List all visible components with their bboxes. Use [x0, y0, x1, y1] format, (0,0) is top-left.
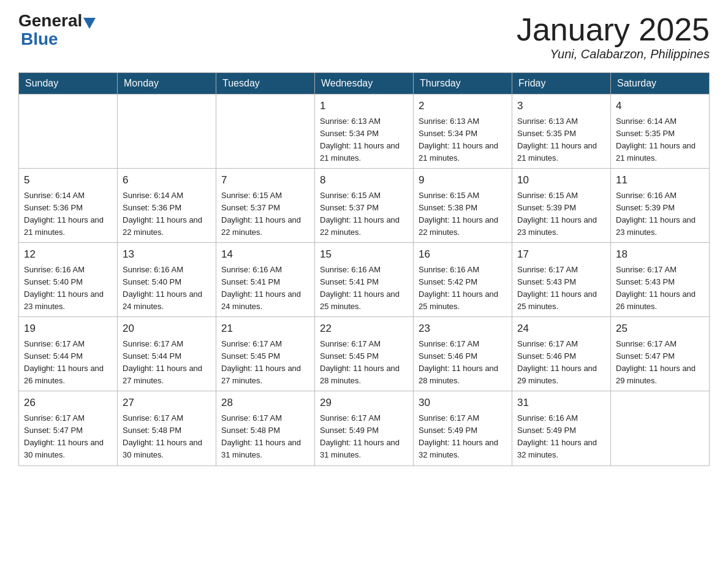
weekday-header-friday: Friday	[512, 73, 611, 94]
calendar-cell	[611, 391, 710, 465]
calendar-cell: 20Sunrise: 6:17 AM Sunset: 5:44 PM Dayli…	[118, 317, 216, 391]
cell-sun-info: Sunrise: 6:17 AM Sunset: 5:49 PM Dayligh…	[320, 412, 408, 462]
cell-sun-info: Sunrise: 6:14 AM Sunset: 5:35 PM Dayligh…	[616, 115, 704, 165]
cell-sun-info: Sunrise: 6:17 AM Sunset: 5:48 PM Dayligh…	[221, 412, 309, 462]
cell-sun-info: Sunrise: 6:17 AM Sunset: 5:49 PM Dayligh…	[419, 412, 507, 462]
calendar-cell: 29Sunrise: 6:17 AM Sunset: 5:49 PM Dayli…	[315, 391, 414, 465]
cell-day-number: 2	[419, 98, 507, 114]
cell-day-number: 4	[616, 98, 704, 114]
calendar-cell: 8Sunrise: 6:15 AM Sunset: 5:37 PM Daylig…	[315, 169, 414, 243]
weekday-header-row: SundayMondayTuesdayWednesdayThursdayFrid…	[19, 73, 710, 94]
title-area: January 2025 Yuni, Calabarzon, Philippin…	[517, 12, 710, 61]
cell-sun-info: Sunrise: 6:17 AM Sunset: 5:43 PM Dayligh…	[517, 264, 605, 313]
cell-sun-info: Sunrise: 6:17 AM Sunset: 5:45 PM Dayligh…	[221, 338, 309, 388]
cell-day-number: 13	[123, 247, 211, 262]
calendar-week-row: 5Sunrise: 6:14 AM Sunset: 5:36 PM Daylig…	[19, 169, 710, 243]
logo: General Blue	[18, 12, 97, 49]
calendar-cell: 3Sunrise: 6:13 AM Sunset: 5:35 PM Daylig…	[512, 94, 611, 169]
weekday-header-thursday: Thursday	[414, 73, 512, 94]
cell-sun-info: Sunrise: 6:16 AM Sunset: 5:39 PM Dayligh…	[616, 190, 704, 239]
calendar-cell: 4Sunrise: 6:14 AM Sunset: 5:35 PM Daylig…	[611, 94, 710, 169]
cell-day-number: 14	[221, 247, 309, 262]
cell-day-number: 16	[419, 247, 507, 262]
cell-sun-info: Sunrise: 6:13 AM Sunset: 5:35 PM Dayligh…	[517, 115, 605, 165]
cell-day-number: 18	[616, 247, 704, 262]
cell-sun-info: Sunrise: 6:17 AM Sunset: 5:46 PM Dayligh…	[419, 338, 507, 388]
calendar-table: SundayMondayTuesdayWednesdayThursdayFrid…	[18, 72, 710, 465]
cell-day-number: 19	[24, 321, 112, 337]
logo-triangle-icon	[83, 18, 96, 29]
cell-sun-info: Sunrise: 6:15 AM Sunset: 5:38 PM Dayligh…	[419, 190, 507, 239]
cell-sun-info: Sunrise: 6:15 AM Sunset: 5:37 PM Dayligh…	[221, 190, 309, 239]
cell-sun-info: Sunrise: 6:16 AM Sunset: 5:41 PM Dayligh…	[320, 264, 408, 313]
weekday-header-saturday: Saturday	[611, 73, 710, 94]
cell-sun-info: Sunrise: 6:14 AM Sunset: 5:36 PM Dayligh…	[123, 190, 211, 239]
calendar-cell: 13Sunrise: 6:16 AM Sunset: 5:40 PM Dayli…	[118, 243, 216, 317]
cell-day-number: 7	[221, 172, 309, 188]
calendar-cell: 12Sunrise: 6:16 AM Sunset: 5:40 PM Dayli…	[19, 243, 118, 317]
cell-sun-info: Sunrise: 6:17 AM Sunset: 5:44 PM Dayligh…	[123, 338, 211, 388]
cell-sun-info: Sunrise: 6:16 AM Sunset: 5:42 PM Dayligh…	[419, 264, 507, 313]
calendar-cell: 17Sunrise: 6:17 AM Sunset: 5:43 PM Dayli…	[512, 243, 611, 317]
calendar-cell: 2Sunrise: 6:13 AM Sunset: 5:34 PM Daylig…	[414, 94, 512, 169]
calendar-cell: 28Sunrise: 6:17 AM Sunset: 5:48 PM Dayli…	[216, 391, 315, 465]
calendar-cell: 11Sunrise: 6:16 AM Sunset: 5:39 PM Dayli…	[611, 169, 710, 243]
calendar-cell: 24Sunrise: 6:17 AM Sunset: 5:46 PM Dayli…	[512, 317, 611, 391]
cell-sun-info: Sunrise: 6:16 AM Sunset: 5:41 PM Dayligh…	[221, 264, 309, 313]
cell-day-number: 24	[517, 321, 605, 337]
cell-day-number: 17	[517, 247, 605, 262]
cell-sun-info: Sunrise: 6:17 AM Sunset: 5:46 PM Dayligh…	[517, 338, 605, 388]
cell-day-number: 21	[221, 321, 309, 337]
logo-text: General	[18, 12, 97, 29]
calendar-body: 1Sunrise: 6:13 AM Sunset: 5:34 PM Daylig…	[19, 94, 710, 465]
calendar-cell: 21Sunrise: 6:17 AM Sunset: 5:45 PM Dayli…	[216, 317, 315, 391]
cell-sun-info: Sunrise: 6:16 AM Sunset: 5:40 PM Dayligh…	[123, 264, 211, 313]
cell-day-number: 23	[419, 321, 507, 337]
cell-sun-info: Sunrise: 6:15 AM Sunset: 5:39 PM Dayligh…	[517, 190, 605, 239]
cell-day-number: 22	[320, 321, 408, 337]
cell-sun-info: Sunrise: 6:17 AM Sunset: 5:45 PM Dayligh…	[320, 338, 408, 388]
location-title: Yuni, Calabarzon, Philippines	[517, 47, 710, 61]
calendar-cell: 5Sunrise: 6:14 AM Sunset: 5:36 PM Daylig…	[19, 169, 118, 243]
cell-sun-info: Sunrise: 6:16 AM Sunset: 5:49 PM Dayligh…	[517, 412, 605, 462]
calendar-cell: 27Sunrise: 6:17 AM Sunset: 5:48 PM Dayli…	[118, 391, 216, 465]
calendar-cell: 18Sunrise: 6:17 AM Sunset: 5:43 PM Dayli…	[611, 243, 710, 317]
calendar-cell: 23Sunrise: 6:17 AM Sunset: 5:46 PM Dayli…	[414, 317, 512, 391]
cell-day-number: 11	[616, 172, 704, 188]
calendar-cell: 31Sunrise: 6:16 AM Sunset: 5:49 PM Dayli…	[512, 391, 611, 465]
cell-day-number: 15	[320, 247, 408, 262]
calendar-cell: 7Sunrise: 6:15 AM Sunset: 5:37 PM Daylig…	[216, 169, 315, 243]
weekday-header-sunday: Sunday	[19, 73, 118, 94]
cell-day-number: 25	[616, 321, 704, 337]
page-header: General Blue January 2025 Yuni, Calabarz…	[18, 12, 710, 61]
cell-sun-info: Sunrise: 6:14 AM Sunset: 5:36 PM Dayligh…	[24, 190, 112, 239]
calendar-cell	[216, 94, 315, 169]
calendar-cell: 9Sunrise: 6:15 AM Sunset: 5:38 PM Daylig…	[414, 169, 512, 243]
cell-day-number: 27	[123, 395, 211, 411]
cell-day-number: 20	[123, 321, 211, 337]
calendar-cell: 22Sunrise: 6:17 AM Sunset: 5:45 PM Dayli…	[315, 317, 414, 391]
cell-day-number: 28	[221, 395, 309, 411]
cell-sun-info: Sunrise: 6:15 AM Sunset: 5:37 PM Dayligh…	[320, 190, 408, 239]
cell-day-number: 29	[320, 395, 408, 411]
logo-blue: Blue	[21, 29, 58, 48]
calendar-week-row: 26Sunrise: 6:17 AM Sunset: 5:47 PM Dayli…	[19, 391, 710, 465]
calendar-cell: 14Sunrise: 6:16 AM Sunset: 5:41 PM Dayli…	[216, 243, 315, 317]
calendar-cell: 16Sunrise: 6:16 AM Sunset: 5:42 PM Dayli…	[414, 243, 512, 317]
calendar-cell: 1Sunrise: 6:13 AM Sunset: 5:34 PM Daylig…	[315, 94, 414, 169]
weekday-header-wednesday: Wednesday	[315, 73, 414, 94]
cell-day-number: 10	[517, 172, 605, 188]
weekday-header-tuesday: Tuesday	[216, 73, 315, 94]
cell-day-number: 8	[320, 172, 408, 188]
calendar-week-row: 12Sunrise: 6:16 AM Sunset: 5:40 PM Dayli…	[19, 243, 710, 317]
cell-day-number: 12	[24, 247, 112, 262]
calendar-week-row: 19Sunrise: 6:17 AM Sunset: 5:44 PM Dayli…	[19, 317, 710, 391]
calendar-cell: 26Sunrise: 6:17 AM Sunset: 5:47 PM Dayli…	[19, 391, 118, 465]
cell-sun-info: Sunrise: 6:17 AM Sunset: 5:44 PM Dayligh…	[24, 338, 112, 388]
cell-sun-info: Sunrise: 6:17 AM Sunset: 5:48 PM Dayligh…	[123, 412, 211, 462]
month-title: January 2025	[517, 12, 710, 47]
cell-day-number: 3	[517, 98, 605, 114]
cell-sun-info: Sunrise: 6:13 AM Sunset: 5:34 PM Dayligh…	[320, 115, 408, 165]
calendar-cell: 15Sunrise: 6:16 AM Sunset: 5:41 PM Dayli…	[315, 243, 414, 317]
calendar-cell: 10Sunrise: 6:15 AM Sunset: 5:39 PM Dayli…	[512, 169, 611, 243]
